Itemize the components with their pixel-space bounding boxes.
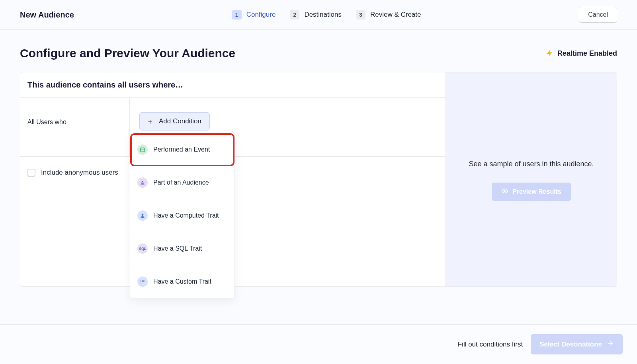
eye-icon	[501, 187, 508, 196]
step-review[interactable]: 3 Review & Create	[356, 10, 421, 19]
step-destinations[interactable]: 2 Destinations	[290, 10, 342, 19]
dropdown-item-label: Part of an Audience	[153, 179, 209, 186]
svg-rect-11	[142, 281, 144, 282]
arrow-right-icon	[607, 340, 614, 349]
add-condition-button[interactable]: ＋ Add Condition	[139, 112, 210, 130]
preview-text: See a sample of users in this audience.	[469, 158, 594, 170]
preview-button-label: Preview Results	[512, 188, 561, 195]
conditions-prefix: All Users who	[20, 98, 130, 156]
dropdown-item-sql-trait[interactable]: SQL Have a SQL Trait	[130, 232, 234, 265]
page-heading: Configure and Preview Your Audience	[20, 47, 235, 60]
dropdown-item-label: Have a Computed Trait	[153, 212, 219, 219]
conditions-row: All Users who ＋ Add Condition Performed …	[20, 98, 446, 157]
page-heading-row: Configure and Preview Your Audience Real…	[0, 30, 637, 72]
svg-rect-9	[142, 280, 144, 280]
dropdown-item-computed-trait[interactable]: Have a Computed Trait	[130, 199, 234, 232]
add-condition-label: Add Condition	[159, 117, 201, 125]
page-title: New Audience	[20, 10, 74, 19]
svg-point-14	[504, 190, 506, 192]
step-configure[interactable]: 1 Configure	[232, 10, 276, 19]
step-label: Destinations	[304, 11, 342, 19]
builder-card: This audience contains all users where… …	[20, 72, 617, 287]
svg-point-8	[141, 280, 141, 281]
header: New Audience 1 Configure 2 Destinations …	[0, 0, 637, 30]
select-destinations-button[interactable]: Select Destinations	[531, 334, 623, 354]
preview-results-button[interactable]: Preview Results	[492, 183, 571, 201]
dropdown-item-label: Have a SQL Trait	[153, 245, 202, 252]
svg-rect-0	[141, 148, 145, 152]
svg-point-5	[141, 182, 142, 183]
footer-hint: Fill out conditions first	[458, 341, 523, 348]
step-num: 3	[356, 10, 365, 19]
conditions-buttons: ＋ Add Condition Performed an Event	[130, 98, 219, 156]
cancel-button[interactable]: Cancel	[579, 7, 617, 23]
include-anonymous-label: Include anonymous users	[41, 169, 118, 177]
step-num: 2	[290, 10, 299, 19]
footer: Fill out conditions first Select Destina…	[0, 324, 637, 364]
dropdown-item-custom-trait[interactable]: Have a Custom Trait	[130, 265, 234, 298]
step-label: Configure	[246, 11, 276, 19]
preview-sidebar: See a sample of users in this audience. …	[446, 72, 617, 286]
audience-description: This audience contains all users where…	[20, 72, 446, 98]
plus-icon: ＋	[146, 117, 154, 125]
dropdown-item-label: Have a Custom Trait	[153, 278, 211, 285]
realtime-badge: Realtime Enabled	[545, 49, 617, 58]
dropdown-item-label: Performed an Event	[153, 146, 210, 153]
people-icon	[137, 177, 148, 188]
realtime-label: Realtime Enabled	[557, 49, 617, 58]
wizard-steps: 1 Configure 2 Destinations 3 Review & Cr…	[232, 10, 421, 19]
condition-dropdown: Performed an Event Part of an Audience H…	[130, 133, 235, 298]
sql-icon: SQL	[137, 243, 148, 254]
include-anonymous-checkbox[interactable]	[27, 169, 35, 177]
svg-point-10	[141, 281, 141, 282]
svg-rect-13	[142, 283, 144, 283]
step-num: 1	[232, 10, 242, 19]
svg-point-6	[143, 182, 145, 183]
dropdown-item-performed-event[interactable]: Performed an Event	[130, 133, 234, 166]
bolt-icon	[545, 49, 553, 58]
builder-left: This audience contains all users where… …	[20, 72, 446, 286]
list-icon	[137, 276, 148, 287]
svg-point-7	[142, 214, 144, 216]
calendar-icon	[137, 144, 148, 155]
user-icon	[137, 210, 148, 221]
step-label: Review & Create	[370, 11, 421, 19]
svg-point-12	[141, 283, 141, 284]
svg-point-4	[142, 181, 143, 183]
select-destinations-label: Select Destinations	[539, 341, 602, 348]
dropdown-item-part-of-audience[interactable]: Part of an Audience	[130, 166, 234, 199]
